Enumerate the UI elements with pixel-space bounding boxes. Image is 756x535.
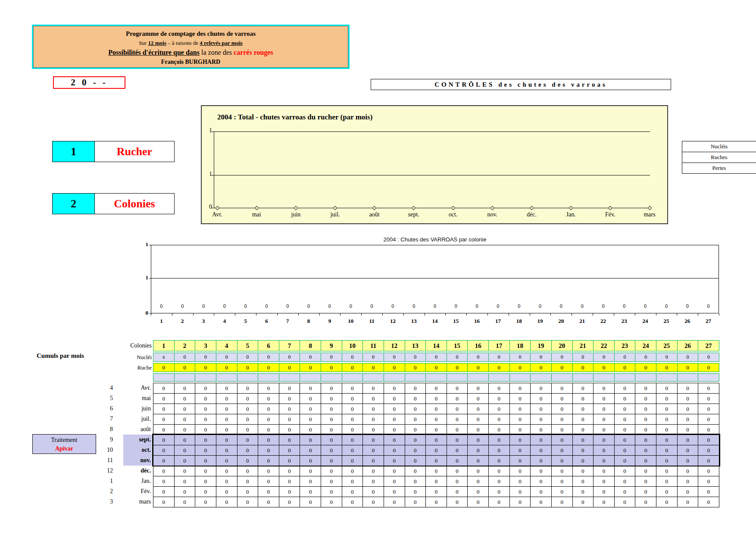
month-value-cell[interactable]: 0 — [258, 497, 279, 507]
month-value-cell[interactable]: 0 — [573, 476, 594, 487]
month-value-cell[interactable]: 0 — [552, 466, 573, 476]
month-value-cell[interactable]: 0 — [615, 425, 636, 435]
month-value-cell[interactable]: 0 — [552, 425, 573, 435]
month-value-cell[interactable]: 0 — [300, 476, 321, 487]
month-value-cell[interactable]: 0 — [258, 383, 279, 394]
month-value-cell[interactable]: 0 — [635, 383, 656, 394]
ruche-cell[interactable]: 0 — [258, 363, 279, 372]
month-value-cell[interactable]: 0 — [237, 456, 259, 466]
month-value-cell[interactable]: 0 — [635, 466, 656, 476]
month-value-cell[interactable]: 0 — [510, 435, 531, 445]
month-value-cell[interactable]: 0 — [468, 425, 489, 435]
ruche-cell[interactable]: 0 — [384, 363, 405, 372]
month-value-cell[interactable]: 0 — [678, 425, 699, 435]
month-value-cell[interactable]: 0 — [279, 456, 300, 466]
month-value-cell[interactable]: 0 — [594, 456, 615, 466]
month-value-cell[interactable]: 0 — [656, 497, 678, 507]
ruche-cell[interactable]: 0 — [237, 363, 259, 372]
month-value-cell[interactable]: 0 — [552, 476, 573, 487]
nuclei-cell[interactable]: 0 — [216, 353, 237, 361]
nuclei-cell[interactable]: 0 — [447, 353, 468, 361]
month-value-cell[interactable]: 0 — [573, 383, 594, 394]
month-value-cell[interactable]: 0 — [426, 497, 447, 507]
ruche-cell[interactable]: 0 — [468, 363, 489, 372]
month-value-cell[interactable]: 0 — [405, 487, 426, 497]
month-value-cell[interactable]: 0 — [510, 487, 531, 497]
month-value-cell[interactable]: 0 — [447, 476, 468, 487]
month-value-cell[interactable]: 0 — [300, 487, 321, 497]
month-value-cell[interactable]: 0 — [175, 404, 196, 414]
month-value-cell[interactable]: 0 — [698, 383, 719, 394]
month-value-cell[interactable]: 0 — [573, 404, 594, 414]
month-value-cell[interactable]: 0 — [175, 425, 196, 435]
month-value-cell[interactable]: 0 — [531, 435, 552, 445]
month-value-cell[interactable]: 0 — [468, 466, 489, 476]
ruche-cell[interactable]: 0 — [279, 363, 300, 372]
month-value-cell[interactable]: 0 — [447, 414, 468, 425]
month-value-cell[interactable]: 0 — [384, 425, 405, 435]
month-value-cell[interactable]: 0 — [153, 435, 175, 445]
month-value-cell[interactable]: 0 — [175, 435, 196, 445]
month-value-cell[interactable]: 0 — [279, 435, 300, 445]
month-value-cell[interactable]: 0 — [342, 383, 363, 394]
month-value-cell[interactable]: 0 — [426, 445, 447, 456]
month-value-cell[interactable]: 0 — [468, 394, 489, 404]
ruche-cell[interactable]: 0 — [615, 363, 636, 372]
month-value-cell[interactable]: 0 — [237, 445, 259, 456]
month-value-cell[interactable]: 0 — [237, 425, 259, 435]
month-value-cell[interactable]: 0 — [321, 414, 342, 425]
month-value-cell[interactable]: 0 — [153, 476, 175, 487]
month-value-cell[interactable]: 0 — [384, 435, 405, 445]
month-value-cell[interactable]: 0 — [573, 487, 594, 497]
month-value-cell[interactable]: 0 — [363, 476, 384, 487]
month-value-cell[interactable]: 0 — [153, 445, 175, 456]
month-value-cell[interactable]: 0 — [321, 383, 342, 394]
month-value-cell[interactable]: 0 — [258, 466, 279, 476]
month-value-cell[interactable]: 0 — [698, 456, 719, 466]
month-value-cell[interactable]: 0 — [279, 445, 300, 456]
month-value-cell[interactable]: 0 — [321, 394, 342, 404]
month-value-cell[interactable]: 0 — [216, 425, 237, 435]
month-value-cell[interactable]: 0 — [195, 404, 216, 414]
month-value-cell[interactable]: 0 — [615, 404, 636, 414]
month-value-cell[interactable]: 0 — [594, 394, 615, 404]
month-value-cell[interactable]: 0 — [363, 445, 384, 456]
month-value-cell[interactable]: 0 — [573, 425, 594, 435]
month-value-cell[interactable]: 0 — [678, 497, 699, 507]
month-value-cell[interactable]: 0 — [552, 414, 573, 425]
month-value-cell[interactable]: 0 — [531, 487, 552, 497]
ruche-cell[interactable]: 0 — [342, 363, 363, 372]
month-value-cell[interactable]: 0 — [510, 383, 531, 394]
month-value-cell[interactable]: 0 — [468, 456, 489, 466]
month-value-cell[interactable]: 0 — [175, 414, 196, 425]
month-value-cell[interactable]: 0 — [342, 414, 363, 425]
month-value-cell[interactable]: 0 — [300, 383, 321, 394]
nuclei-cell[interactable]: 0 — [635, 353, 656, 361]
nuclei-cell[interactable]: x — [153, 353, 175, 361]
month-value-cell[interactable]: 0 — [426, 404, 447, 414]
month-value-cell[interactable]: 0 — [489, 425, 510, 435]
nuclei-cell[interactable]: 0 — [237, 353, 259, 361]
nuclei-cell[interactable]: 0 — [531, 353, 552, 361]
month-value-cell[interactable]: 0 — [175, 497, 196, 507]
month-value-cell[interactable]: 0 — [216, 456, 237, 466]
month-value-cell[interactable]: 0 — [363, 487, 384, 497]
month-value-cell[interactable]: 0 — [258, 425, 279, 435]
month-value-cell[interactable]: 0 — [279, 394, 300, 404]
month-value-cell[interactable]: 0 — [489, 404, 510, 414]
month-value-cell[interactable]: 0 — [216, 404, 237, 414]
month-value-cell[interactable]: 0 — [363, 456, 384, 466]
month-value-cell[interactable]: 0 — [321, 435, 342, 445]
month-value-cell[interactable]: 0 — [426, 394, 447, 404]
month-value-cell[interactable]: 0 — [405, 414, 426, 425]
month-value-cell[interactable]: 0 — [678, 404, 699, 414]
month-value-cell[interactable]: 0 — [656, 435, 678, 445]
month-value-cell[interactable]: 0 — [237, 404, 259, 414]
ruche-cell[interactable]: 0 — [426, 363, 447, 372]
month-value-cell[interactable]: 0 — [321, 445, 342, 456]
month-value-cell[interactable]: 0 — [175, 456, 196, 466]
month-value-cell[interactable]: 0 — [698, 435, 719, 445]
month-value-cell[interactable]: 0 — [300, 466, 321, 476]
month-value-cell[interactable]: 0 — [468, 414, 489, 425]
month-value-cell[interactable]: 0 — [300, 425, 321, 435]
